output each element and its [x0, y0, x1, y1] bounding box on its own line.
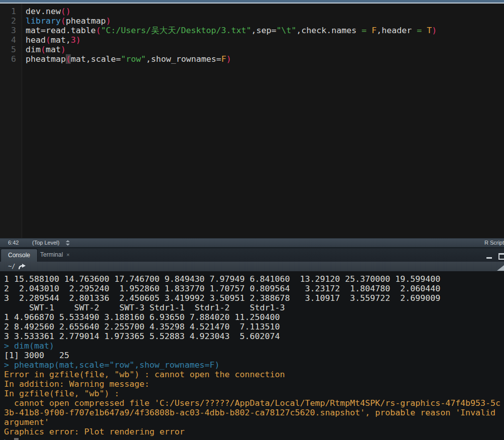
code-token: () [61, 7, 71, 16]
line-number: 6 [0, 54, 22, 64]
code-token: mat, [51, 35, 71, 45]
code-token: mat [46, 45, 61, 54]
code-token: ) [432, 26, 437, 35]
code-line: library(pheatmap) [26, 16, 504, 26]
code-token: pheatmap [26, 54, 66, 64]
code-token: ,sep= [251, 26, 276, 35]
console-line: SWT-1 SWT-2 SWT-3 Stdr1-1 Stdr1-2 Stdr1-… [4, 303, 504, 312]
console-line: 3 2.289544 2.801336 2.450605 3.419992 3.… [4, 293, 504, 303]
code-token: "\t" [276, 26, 296, 35]
code-token: ) [61, 45, 66, 54]
console-prompt: > [4, 436, 14, 440]
code-token: dim [26, 45, 41, 54]
code-line: dev.new() [26, 7, 504, 16]
code-token: ,header [376, 26, 412, 35]
code-token: ( [96, 26, 101, 35]
console-prompt-line[interactable]: > [4, 436, 504, 440]
console-line: 3b-41b8-9f00-f707e1b647a9/4f36808b-ac03-… [4, 408, 504, 417]
code-token: = [356, 26, 371, 35]
code-line: pheatmap(mat,scale="row",show_rownames=F… [26, 54, 504, 64]
console-line: In gzfile(file, "wb") : [4, 389, 504, 398]
code-token: "C:/Users/吴大天/Desktop/3.txt" [101, 26, 251, 35]
editor-gutter: 123456 [0, 4, 22, 238]
console-line: In addition: Warning message: [4, 379, 504, 389]
code-token: library [26, 16, 61, 26]
terminal-close-icon[interactable]: × [66, 252, 69, 258]
console-line: Graphics error: Plot rendering error [4, 427, 504, 436]
maximize-icon[interactable] [498, 253, 504, 260]
console-line: 1 15.588100 14.763600 17.746700 9.849430… [4, 274, 504, 284]
scope-spinner-icon[interactable] [66, 240, 69, 246]
code-token: ( [41, 45, 46, 54]
code-token: dev.new [26, 7, 61, 16]
code-token: T [427, 26, 432, 35]
minimize-icon[interactable] [486, 253, 492, 259]
code-token: head [26, 35, 46, 45]
console-line: > dim(mat) [4, 341, 504, 351]
code-token: ) [106, 16, 111, 26]
console-toolbar: ~/ [0, 262, 504, 272]
source-editor[interactable]: 123456 dev.new()library(pheatmap)mat=rea… [0, 4, 504, 238]
code-line: dim(mat) [26, 45, 504, 54]
code-token: mat=read.table [26, 26, 96, 35]
code-token: ,check.names [296, 26, 356, 35]
tab-terminal[interactable]: Terminal× [33, 249, 77, 261]
code-token: ( [46, 35, 51, 45]
tab-console[interactable]: Console [1, 249, 38, 262]
console-line: 2 8.492560 2.655640 2.255700 4.35298 4.5… [4, 322, 504, 332]
code-line: mat=read.table("C:/Users/吴大天/Desktop/3.t… [26, 26, 504, 35]
code-token: ) [76, 35, 81, 45]
cursor-position-indicator[interactable]: 6:42 [8, 240, 19, 246]
console-line: Error in gzfile(file, "wb") : cannot ope… [4, 370, 504, 379]
code-token: F [371, 26, 376, 35]
code-token: = [412, 26, 427, 35]
console-line: 3 3.533361 2.779014 1.973365 5.52883 4.9… [4, 332, 504, 341]
editor-statusbar: 6:42 (Top Level) R Script [0, 238, 504, 248]
line-number: 1 [0, 7, 22, 16]
console-line: argument' [4, 417, 504, 427]
console-cursor [14, 438, 19, 440]
goto-directory-arrow-icon[interactable] [18, 263, 26, 271]
line-number: 3 [0, 26, 22, 35]
working-directory-label: ~/ [8, 263, 15, 270]
tab-terminal-label: Terminal [40, 251, 63, 258]
console-tabbar: Console Terminal× [0, 249, 504, 262]
code-token: ) [226, 54, 231, 64]
filetype-indicator[interactable]: R Script [484, 240, 504, 246]
line-number: 4 [0, 35, 22, 45]
code-line: head(mat,3) [26, 35, 504, 45]
code-token: 3 [71, 35, 76, 45]
top-window-strip [0, 0, 504, 4]
editor-code-area[interactable]: dev.new()library(pheatmap)mat=read.table… [22, 4, 504, 238]
console-line: > pheatmap(mat,scale="row",show_rownames… [4, 360, 504, 370]
code-token: "row" [121, 54, 146, 64]
console-output[interactable]: 1 15.588100 14.763600 17.746700 9.849430… [0, 271, 504, 440]
console-line: 1 4.966870 5.533490 3.188160 6.93650 7.8… [4, 312, 504, 322]
cursor-bracket-highlight: ( [66, 54, 71, 64]
code-token: mat,scale= [71, 54, 121, 64]
code-token: pheatmap [66, 16, 106, 26]
code-token: ( [61, 16, 66, 26]
tab-console-label: Console [8, 252, 30, 259]
code-token: ,show_rownames= [146, 54, 221, 64]
line-number: 5 [0, 45, 22, 54]
line-number: 2 [0, 16, 22, 26]
console-line: [1] 3000 25 [4, 351, 504, 360]
console-line: cannot open compressed file 'C:/Users/??… [4, 398, 504, 408]
pane-resize-grip[interactable] [497, 265, 504, 271]
code-token: F [221, 54, 226, 64]
scope-indicator[interactable]: (Top Level) [32, 240, 59, 246]
console-line: 2 2.043010 2.295240 1.952860 1.833770 1.… [4, 284, 504, 293]
